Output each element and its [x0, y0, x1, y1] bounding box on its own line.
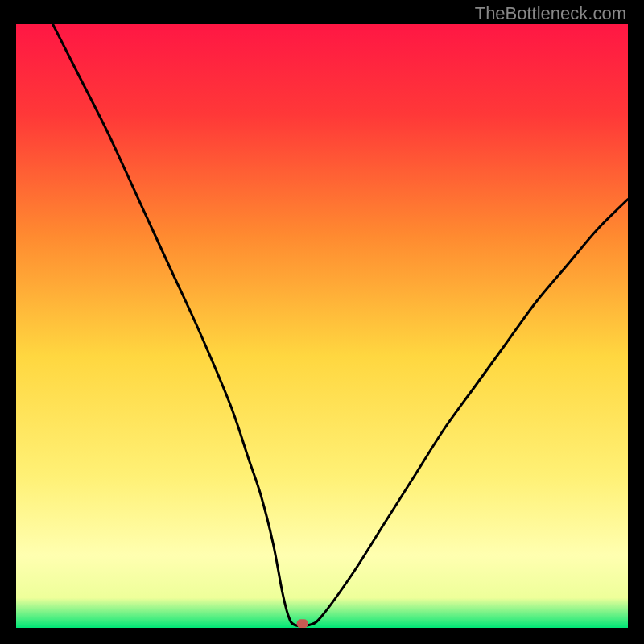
chart-container: TheBottleneck.com [0, 0, 644, 644]
optimal-marker [297, 619, 308, 628]
bottleneck-chart [16, 24, 628, 628]
gradient-background [16, 24, 628, 628]
watermark-text: TheBottleneck.com [475, 3, 626, 24]
